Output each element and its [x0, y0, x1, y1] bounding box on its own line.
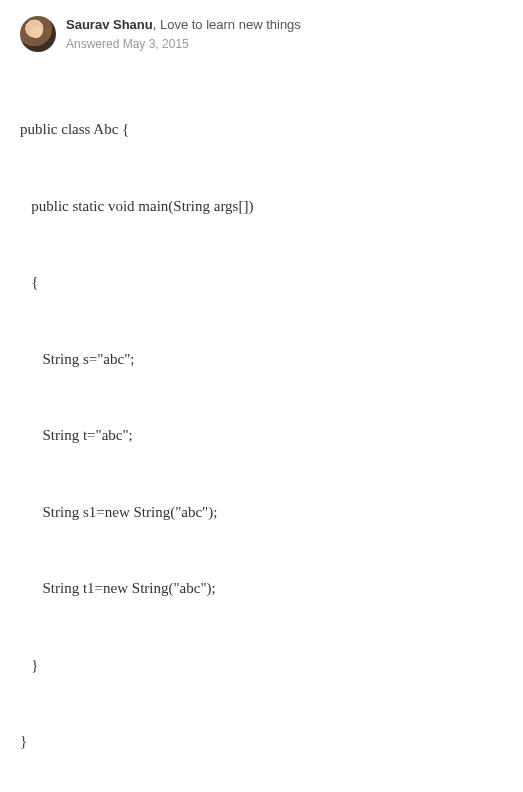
code-line: public static void main(String args[]): [20, 194, 503, 220]
avatar[interactable]: [20, 16, 56, 52]
code-line: String s1=new String("abc");: [20, 500, 503, 526]
code-line: }: [20, 729, 503, 755]
byline: Saurav Shanu, Love to learn new things: [66, 16, 301, 34]
author-tagline: , Love to learn new things: [153, 17, 301, 32]
code-line: String t1=new String("abc");: [20, 576, 503, 602]
code-line: }: [20, 653, 503, 679]
code-line: String t="abc";: [20, 423, 503, 449]
author-meta: Saurav Shanu, Love to learn new things A…: [66, 16, 301, 52]
answer-post: Saurav Shanu, Love to learn new things A…: [0, 0, 523, 792]
author-name[interactable]: Saurav Shanu: [66, 17, 153, 32]
code-line: {: [20, 270, 503, 296]
answer-header: Saurav Shanu, Love to learn new things A…: [20, 16, 503, 52]
code-line: public class Abc {: [20, 117, 503, 143]
answered-date[interactable]: Answered May 3, 2015: [66, 36, 301, 52]
code-line: String s="abc";: [20, 347, 503, 373]
code-block: public class Abc { public static void ma…: [20, 66, 503, 792]
